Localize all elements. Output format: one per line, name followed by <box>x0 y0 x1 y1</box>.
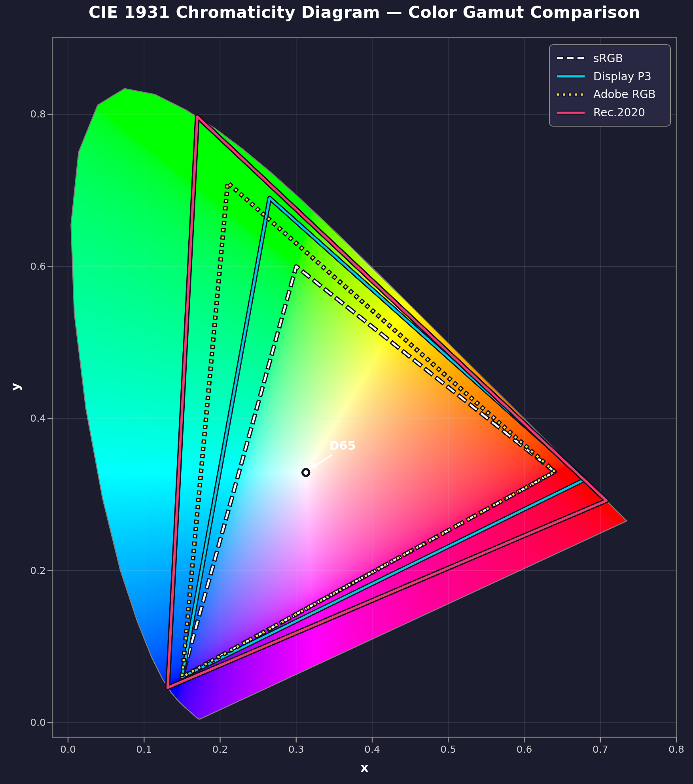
x-axis-label: x <box>53 760 676 775</box>
y-tick-label: 0.2 <box>8 564 46 577</box>
gamut-display-p3-outline <box>182 198 585 677</box>
y-tick-label: 0.4 <box>8 412 46 425</box>
legend-label: Display P3 <box>593 70 651 83</box>
y-tick-label: 0.0 <box>8 716 46 729</box>
gamut-display-p3-line <box>182 198 585 677</box>
legend-label: Adobe RGB <box>593 88 656 101</box>
x-tick-label: 0.5 <box>430 744 466 755</box>
y-axis-label: y <box>8 377 22 396</box>
legend: sRGBDisplay P3Adobe RGBRec.2020 <box>549 44 671 127</box>
y-tick-label: 0.8 <box>8 108 46 121</box>
legend-item-rec-2020: Rec.2020 <box>555 106 667 119</box>
d65-label: D65 <box>329 439 356 453</box>
chart-title: CIE 1931 Chromaticity Diagram — Color Ga… <box>53 3 676 22</box>
x-tick-label: 0.4 <box>354 744 390 755</box>
legend-item-display-p3: Display P3 <box>555 70 667 83</box>
legend-item-srgb: sRGB <box>555 52 667 65</box>
x-tick-label: 0.0 <box>50 744 86 755</box>
legend-swatch-srgb <box>555 55 586 61</box>
d65-marker <box>303 469 309 476</box>
gamut-srgb-outline <box>182 267 555 677</box>
x-tick-label: 0.2 <box>203 744 238 755</box>
d65-arrow-head <box>311 463 317 468</box>
x-tick-label: 0.3 <box>278 744 314 755</box>
legend-swatch-display-p3 <box>555 73 586 80</box>
legend-label: sRGB <box>593 52 623 65</box>
x-tick-label: 0.7 <box>583 744 618 755</box>
legend-swatch-rec-2020 <box>555 110 586 116</box>
x-tick-label: 0.1 <box>126 744 162 755</box>
figure: D65 CIE 1931 Chromaticity Diagram — Colo… <box>0 0 693 784</box>
legend-swatch-adobe-rgb <box>555 91 586 98</box>
legend-item-adobe-rgb: Adobe RGB <box>555 88 667 101</box>
y-tick-label: 0.6 <box>8 260 46 273</box>
x-tick-label: 0.8 <box>659 744 693 755</box>
x-tick-label: 0.6 <box>507 744 542 755</box>
legend-label: Rec.2020 <box>593 106 645 119</box>
d65-arrow-line <box>316 454 332 465</box>
